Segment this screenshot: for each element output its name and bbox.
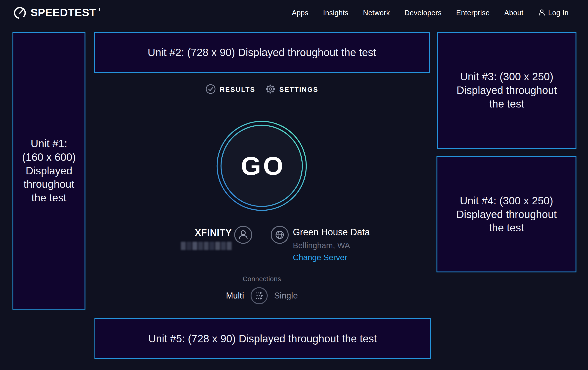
tab-settings[interactable]: SETTINGS	[265, 84, 318, 95]
ad-unit-4-rectangle[interactable]: Unit #4: (300 x 250) Displayed throughou…	[437, 156, 577, 272]
ad-unit-2-leaderboard[interactable]: Unit #2: (728 x 90) Displayed throughout…	[94, 32, 430, 73]
connections-toggle-icon[interactable]	[250, 287, 268, 305]
isp-user-icon	[234, 226, 252, 244]
main-nav: Apps Insights Network Developers Enterpr…	[292, 9, 569, 17]
check-circle-icon	[205, 84, 216, 95]
nav-item-insights[interactable]: Insights	[323, 9, 348, 17]
tab-results[interactable]: RESULTS	[205, 84, 255, 95]
nav-item-about[interactable]: About	[504, 9, 523, 17]
header: SPEEDTEST Apps Insights Network Develope…	[0, 0, 588, 26]
change-server-link[interactable]: Change Server	[293, 253, 347, 262]
blurred-ip-address	[181, 242, 232, 250]
nav-item-network[interactable]: Network	[363, 9, 390, 17]
server-globe-icon	[271, 226, 289, 244]
nav-item-apps[interactable]: Apps	[292, 9, 308, 17]
nav-item-developers[interactable]: Developers	[404, 9, 441, 17]
nav-item-enterprise[interactable]: Enterprise	[456, 9, 490, 17]
isp-name: XFINITY	[194, 228, 232, 238]
connections-heading: Connections	[94, 275, 430, 283]
go-button[interactable]: GO	[216, 121, 307, 211]
tab-settings-label: SETTINGS	[279, 86, 318, 93]
go-button-label: GO	[216, 121, 307, 211]
ad-unit-5-leaderboard[interactable]: Unit #5: (728 x 90) Displayed throughout…	[94, 318, 431, 359]
server-location: Bellingham, WA	[293, 241, 350, 250]
connections-row: Multi Single	[94, 287, 430, 305]
connections-single-option[interactable]: Single	[274, 291, 298, 300]
server-name: Green House Data	[293, 227, 370, 237]
speedtest-logo[interactable]: SPEEDTEST	[12, 5, 100, 21]
trademark-mark	[99, 8, 100, 11]
tab-bar: RESULTS SETTINGS	[94, 84, 430, 95]
tab-results-label: RESULTS	[220, 86, 255, 93]
connections-multi-option[interactable]: Multi	[226, 291, 244, 300]
ad-unit-3-rectangle[interactable]: Unit #3: (300 x 250) Displayed throughou…	[437, 32, 577, 149]
gear-icon	[265, 84, 276, 95]
brand-name: SPEEDTEST	[31, 5, 96, 20]
user-outline-icon	[538, 9, 546, 17]
login-label: Log In	[548, 9, 569, 17]
ad-unit-1-skyscraper[interactable]: Unit #1: (160 x 600) Displayed throughou…	[12, 32, 85, 310]
speedometer-icon	[12, 5, 27, 21]
login-button[interactable]: Log In	[538, 9, 569, 17]
